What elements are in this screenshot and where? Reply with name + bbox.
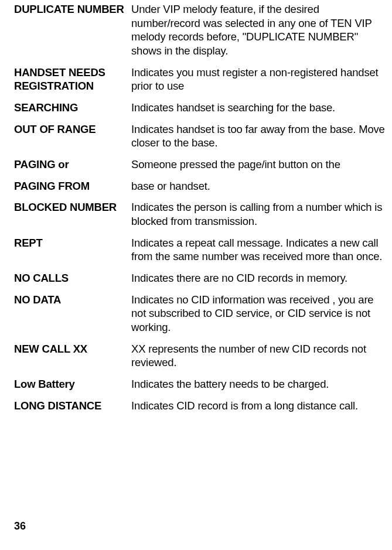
definition-row: NEW CALL XX XX represents the number of …	[14, 342, 387, 370]
definition-description: Indicates you must register a non-regist…	[131, 66, 387, 93]
definition-description: Indicates there are no CID records in me…	[131, 271, 387, 285]
definition-row: NO DATA Indicates no CID information was…	[14, 293, 387, 334]
definition-term: LONG DISTANCE	[14, 399, 131, 413]
definition-description: Under VIP melody feature, if the desired…	[131, 2, 387, 58]
definition-term: DUPLICATE NUMBER	[14, 2, 131, 16]
definition-term: NEW CALL XX	[14, 342, 131, 356]
definition-row: NO CALLS Indicates there are no CID reco…	[14, 271, 387, 285]
definition-term: SEARCHING	[14, 101, 131, 115]
definition-description: Indicates the person is calling from a n…	[131, 200, 387, 228]
definition-list: DUPLICATE NUMBER Under VIP melody featur…	[14, 2, 387, 412]
document-page: DUPLICATE NUMBER Under VIP melody featur…	[0, 0, 392, 550]
definition-row: PAGING or Someone pressed the page/int b…	[14, 158, 387, 172]
definition-term: REPT	[14, 236, 131, 250]
definition-description: Indicates CID record is from a long dist…	[131, 399, 387, 413]
definition-term: NO DATA	[14, 293, 131, 307]
definition-term: OUT OF RANGE	[14, 122, 131, 136]
definition-term: HANDSET NEEDS REGISTRATION	[14, 66, 131, 93]
page-number: 36	[14, 520, 26, 532]
definition-term: Low Battery	[14, 377, 131, 391]
definition-row: Low Battery Indicates the battery needs …	[14, 377, 387, 391]
definition-term: BLOCKED NUMBER	[14, 200, 131, 214]
definition-term: NO CALLS	[14, 271, 131, 285]
definition-description: base or handset.	[131, 179, 387, 193]
definition-row: SEARCHING Indicates handset is searching…	[14, 101, 387, 115]
definition-row: BLOCKED NUMBER Indicates the person is c…	[14, 200, 387, 228]
definition-description: Indicates handset is searching for the b…	[131, 101, 387, 115]
definition-row: LONG DISTANCE Indicates CID record is fr…	[14, 399, 387, 413]
definition-description: Someone pressed the page/int button on t…	[131, 158, 387, 172]
definition-description: Indicates the battery needs to be charge…	[131, 377, 387, 391]
definition-description: Indicates a repeat call message. Indicat…	[131, 236, 387, 264]
definition-row: OUT OF RANGE Indicates handset is too fa…	[14, 122, 387, 150]
definition-row: PAGING FROM base or handset.	[14, 179, 387, 193]
definition-term: PAGING FROM	[14, 179, 131, 193]
definition-description: Indicates handset is too far away from t…	[131, 122, 387, 150]
definition-term: PAGING or	[14, 158, 131, 172]
definition-description: XX represents the number of new CID reco…	[131, 342, 387, 370]
definition-row: HANDSET NEEDS REGISTRATION Indicates you…	[14, 66, 387, 93]
definition-row: DUPLICATE NUMBER Under VIP melody featur…	[14, 2, 387, 58]
definition-row: REPT Indicates a repeat call message. In…	[14, 236, 387, 264]
definition-description: Indicates no CID information was receive…	[131, 293, 387, 334]
